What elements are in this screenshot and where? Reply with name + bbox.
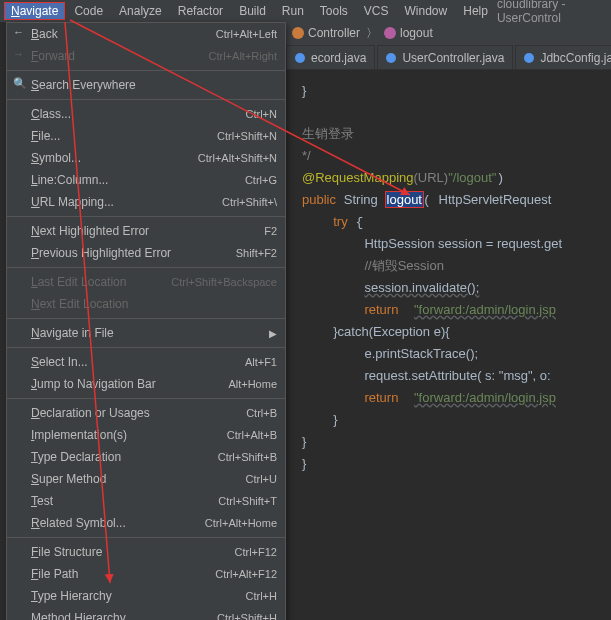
menu-item-select-in[interactable]: Select In...Alt+F1 — [7, 351, 285, 373]
shortcut-label: Ctrl+Shift+T — [218, 495, 277, 507]
shortcut-label: Ctrl+N — [246, 108, 277, 120]
breadcrumb-method[interactable]: logout — [384, 26, 433, 40]
menu-navigate[interactable]: Navigate — [4, 2, 65, 20]
menu-run[interactable]: Run — [275, 2, 311, 20]
tab-usercontroller[interactable]: UserController.java — [377, 45, 513, 69]
menu-item-label: Previous Highlighted Error — [31, 246, 171, 260]
shortcut-label: Ctrl+U — [246, 473, 277, 485]
menu-item-search-everywhere[interactable]: 🔍Search Everywhere — [7, 74, 285, 96]
menu-analyze[interactable]: Analyze — [112, 2, 169, 20]
menu-item-test[interactable]: TestCtrl+Shift+T — [7, 490, 285, 512]
menu-item-previous-highlighted-error[interactable]: Previous Highlighted ErrorShift+F2 — [7, 242, 285, 264]
menu-item-next-highlighted-error[interactable]: Next Highlighted ErrorF2 — [7, 220, 285, 242]
menu-item-type-hierarchy[interactable]: Type HierarchyCtrl+H — [7, 585, 285, 607]
menu-item-label: File Structure — [31, 545, 102, 559]
menu-item-file[interactable]: File...Ctrl+Shift+N — [7, 125, 285, 147]
menu-item-related-symbol[interactable]: Related Symbol...Ctrl+Alt+Home — [7, 512, 285, 534]
breadcrumb-class[interactable]: Controller — [292, 26, 360, 40]
shortcut-label: Ctrl+B — [246, 407, 277, 419]
menu-item-jump-to-navigation-bar[interactable]: Jump to Navigation BarAlt+Home — [7, 373, 285, 395]
menu-refactor[interactable]: Refactor — [171, 2, 230, 20]
menu-item-label: Super Method — [31, 472, 106, 486]
menu-item-implementation-s[interactable]: Implementation(s)Ctrl+Alt+B — [7, 424, 285, 446]
menu-item-label: File... — [31, 129, 60, 143]
method-name-logout: logout — [386, 192, 423, 207]
menu-item-label: Symbol... — [31, 151, 81, 165]
menu-item-back[interactable]: ←BackCtrl+Alt+Left — [7, 23, 285, 45]
java-icon — [295, 53, 305, 63]
shortcut-label: F2 — [264, 225, 277, 237]
java-icon — [386, 53, 396, 63]
menubar: Navigate Code Analyze Refactor Build Run… — [0, 0, 611, 22]
menu-item-forward: →ForwardCtrl+Alt+Right — [7, 45, 285, 67]
menu-item-line-column[interactable]: Line:Column...Ctrl+G — [7, 169, 285, 191]
menu-item-label: Class... — [31, 107, 71, 121]
shortcut-label: Ctrl+Shift+\ — [222, 196, 277, 208]
menu-item-label: Implementation(s) — [31, 428, 127, 442]
shortcut-label: Ctrl+G — [245, 174, 277, 186]
menu-vcs[interactable]: VCS — [357, 2, 396, 20]
shortcut-label: Ctrl+Shift+N — [217, 130, 277, 142]
shortcut-label: Alt+Home — [228, 378, 277, 390]
menu-item-next-edit-location: Next Edit Location — [7, 293, 285, 315]
breadcrumb: Controller 〉 logout — [286, 22, 611, 44]
menu-item-label: Related Symbol... — [31, 516, 126, 530]
menu-item-label: File Path — [31, 567, 78, 581]
menu-window[interactable]: Window — [398, 2, 455, 20]
menu-item-label: Declaration or Usages — [31, 406, 150, 420]
shortcut-label: Ctrl+Shift+Backspace — [171, 276, 277, 288]
shortcut-label: Ctrl+Shift+H — [217, 612, 277, 620]
menu-item-symbol[interactable]: Symbol...Ctrl+Alt+Shift+N — [7, 147, 285, 169]
submenu-arrow-icon: ▶ — [269, 328, 277, 339]
menu-help[interactable]: Help — [456, 2, 495, 20]
menu-item-label: Type Declaration — [31, 450, 121, 464]
menu-item-label: Select In... — [31, 355, 88, 369]
menu-item-file-path[interactable]: File PathCtrl+Alt+F12 — [7, 563, 285, 585]
menu-item-label: Back — [31, 27, 58, 41]
shortcut-label: Ctrl+Alt+B — [227, 429, 277, 441]
menu-item-label: Forward — [31, 49, 75, 63]
shortcut-label: Ctrl+Alt+F12 — [215, 568, 277, 580]
shortcut-label: Shift+F2 — [236, 247, 277, 259]
shortcut-label: Alt+F1 — [245, 356, 277, 368]
shortcut-label: Ctrl+Alt+Right — [209, 50, 277, 62]
shortcut-label: Ctrl+H — [246, 590, 277, 602]
menu-item-class[interactable]: Class...Ctrl+N — [7, 103, 285, 125]
menu-item-label: Jump to Navigation Bar — [31, 377, 156, 391]
menu-item-label: Line:Column... — [31, 173, 108, 187]
menu-item-file-structure[interactable]: File StructureCtrl+F12 — [7, 541, 285, 563]
navigate-dropdown: ←BackCtrl+Alt+Left→ForwardCtrl+Alt+Right… — [6, 22, 286, 620]
menu-item-label: Next Highlighted Error — [31, 224, 149, 238]
editor-tabs: ecord.java UserController.java JdbcConfi… — [286, 44, 611, 70]
class-icon — [292, 27, 304, 39]
menu-tools[interactable]: Tools — [313, 2, 355, 20]
shortcut-label: Ctrl+Alt+Home — [205, 517, 277, 529]
menu-item-method-hierarchy[interactable]: Method HierarchyCtrl+Shift+H — [7, 607, 285, 620]
menu-item-navigate-in-file[interactable]: Navigate in File▶ — [7, 322, 285, 344]
chevron-right-icon: 〉 — [366, 25, 378, 42]
menu-item-label: Method Hierarchy — [31, 611, 126, 620]
menu-item-label: Type Hierarchy — [31, 589, 112, 603]
menu-item-label: Next Edit Location — [31, 297, 128, 311]
tab-jdbcconfig[interactable]: JdbcConfig.jav — [515, 45, 611, 69]
menu-item-label: Navigate in File — [31, 326, 114, 340]
menu-item-label: Last Edit Location — [31, 275, 126, 289]
menu-item-label: Test — [31, 494, 53, 508]
shortcut-label: Ctrl+Alt+Left — [216, 28, 277, 40]
menu-item-declaration-or-usages[interactable]: Declaration or UsagesCtrl+B — [7, 402, 285, 424]
menu-item-super-method[interactable]: Super MethodCtrl+U — [7, 468, 285, 490]
menu-item-label: URL Mapping... — [31, 195, 114, 209]
shortcut-label: Ctrl+F12 — [235, 546, 278, 558]
shortcut-label: Ctrl+Alt+Shift+N — [198, 152, 277, 164]
method-icon — [384, 27, 396, 39]
tab-record[interactable]: ecord.java — [286, 45, 375, 69]
java-icon — [524, 53, 534, 63]
menu-item-last-edit-location: Last Edit LocationCtrl+Shift+Backspace — [7, 271, 285, 293]
menu-item-url-mapping[interactable]: URL Mapping...Ctrl+Shift+\ — [7, 191, 285, 213]
menu-item-type-declaration[interactable]: Type DeclarationCtrl+Shift+B — [7, 446, 285, 468]
menu-build[interactable]: Build — [232, 2, 273, 20]
menu-code[interactable]: Code — [67, 2, 110, 20]
shortcut-label: Ctrl+Shift+B — [218, 451, 277, 463]
menu-item-label: Search Everywhere — [31, 78, 136, 92]
code-editor[interactable]: } 生销登录 */ @RequestMapping(URL)"/logout")… — [286, 70, 611, 620]
